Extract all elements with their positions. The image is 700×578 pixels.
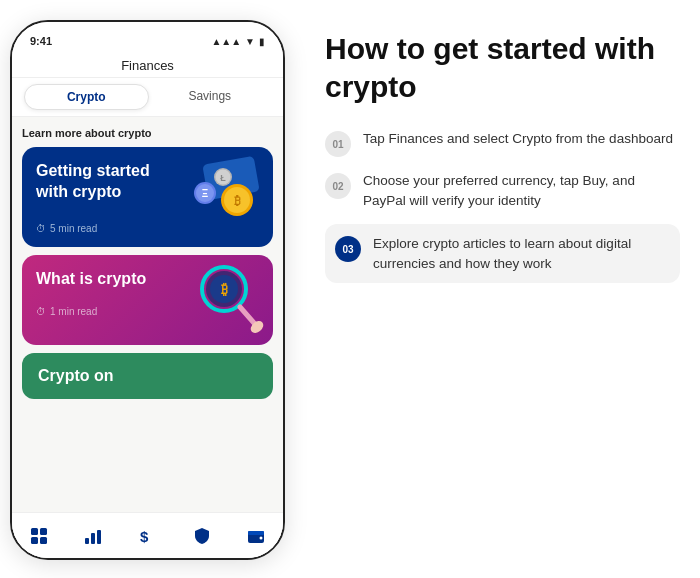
step-number-1: 01	[325, 131, 351, 157]
nav-wallet[interactable]	[246, 526, 266, 546]
card-getting-started-title: Getting started with crypto	[36, 161, 165, 203]
svg-rect-25	[248, 531, 264, 535]
step-number-2: 02	[325, 173, 351, 199]
step-item-1: 01 Tap Finances and select Crypto from t…	[325, 129, 680, 157]
tab-savings[interactable]: Savings	[149, 84, 272, 110]
clock-icon: ⏱	[36, 223, 46, 234]
step-item-2: 02 Choose your preferred currency, tap B…	[325, 171, 680, 210]
svg-rect-21	[91, 533, 95, 544]
signal-icon: ▲▲▲	[211, 36, 241, 47]
nav-shield[interactable]	[192, 526, 212, 546]
right-panel: How to get started with crypto 01 Tap Fi…	[305, 20, 690, 293]
svg-rect-20	[85, 538, 89, 544]
svg-rect-16	[31, 528, 38, 535]
tab-bar: Crypto Savings	[12, 78, 283, 117]
svg-text:$: $	[140, 528, 149, 545]
section-label: Learn more about crypto	[22, 127, 273, 139]
card-what-is-crypto-title: What is crypto	[36, 269, 159, 290]
battery-icon: ▮	[259, 36, 265, 47]
step-number-3: 03	[335, 236, 361, 262]
steps-list: 01 Tap Finances and select Crypto from t…	[325, 129, 680, 283]
wifi-icon: ▼	[245, 36, 255, 47]
svg-rect-17	[40, 528, 47, 535]
svg-text:₿: ₿	[234, 194, 241, 208]
step-text-2: Choose your preferred currency, tap Buy,…	[363, 171, 680, 210]
app-container: 9:41 ▲▲▲ ▼ ▮ Finances Crypto Savings Lea…	[0, 0, 700, 578]
status-time: 9:41	[30, 35, 52, 47]
tab-crypto[interactable]: Crypto	[24, 84, 149, 110]
status-bar: 9:41 ▲▲▲ ▼ ▮	[12, 22, 283, 52]
status-icons: ▲▲▲ ▼ ▮	[211, 36, 265, 47]
svg-text:Ł: Ł	[220, 173, 226, 183]
magnifier-graphic: ₿	[182, 259, 267, 339]
scroll-area: Learn more about crypto Getting started …	[12, 117, 283, 512]
crypto-on-button[interactable]: Crypto on	[22, 353, 273, 399]
panel-title: How to get started with crypto	[325, 30, 680, 105]
phone-content: Finances Crypto Savings Learn more about…	[12, 52, 283, 558]
card-getting-started[interactable]: Getting started with crypto ₿ Ξ	[22, 147, 273, 247]
clock-icon-2: ⏱	[36, 306, 46, 317]
svg-text:₿: ₿	[221, 281, 228, 297]
svg-line-14	[240, 307, 254, 323]
step-item-3: 03 Explore crypto articles to learn abou…	[325, 224, 680, 283]
svg-point-26	[259, 536, 262, 539]
bottom-nav: $	[12, 512, 283, 558]
nav-dollar[interactable]: $	[137, 526, 157, 546]
card-what-is-crypto[interactable]: What is crypto ₿ ⏱	[22, 255, 273, 345]
svg-rect-18	[31, 537, 38, 544]
nav-stats[interactable]	[83, 526, 103, 546]
svg-rect-19	[40, 537, 47, 544]
nav-home[interactable]	[29, 526, 49, 546]
svg-rect-22	[97, 530, 101, 544]
svg-text:Ξ: Ξ	[202, 188, 209, 199]
step-text-3: Explore crypto articles to learn about d…	[373, 234, 670, 273]
step-text-1: Tap Finances and select Crypto from the …	[363, 129, 680, 149]
phone-header: Finances	[12, 52, 283, 78]
crypto-coins-graphic: ₿ Ξ Ł	[175, 155, 265, 235]
phone-mockup: 9:41 ▲▲▲ ▼ ▮ Finances Crypto Savings Lea…	[10, 20, 285, 560]
